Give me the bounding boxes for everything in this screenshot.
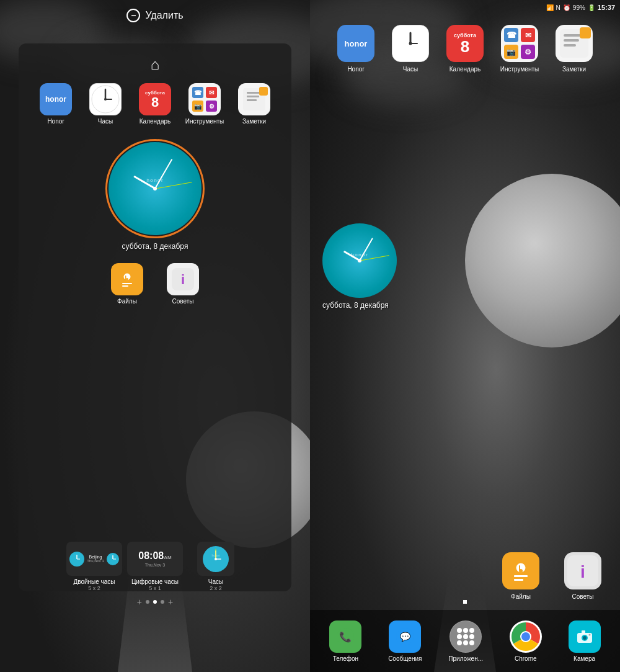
svg-rect-16 <box>247 99 257 101</box>
svg-rect-17 <box>259 87 268 96</box>
app-icon-calendar[interactable]: суббота 8 Календарь <box>133 83 177 125</box>
right-clock-face: honor <box>322 223 397 298</box>
right-app-honor[interactable]: honor Honor <box>331 25 381 73</box>
svg-text:📷: 📷 <box>507 47 516 56</box>
dot-add-left[interactable]: + <box>137 600 142 604</box>
status-bar: 📶 N ⏰ 99% 🔋 15:37 <box>310 0 620 15</box>
svg-point-4 <box>104 98 107 101</box>
right-app-tips[interactable]: i Советы <box>558 552 608 601</box>
widget-dual-clock[interactable]: Beijing Thu,Nov 3 Двойные часы 5 x 2 <box>66 542 122 591</box>
right-files-img <box>502 552 539 589</box>
app-icon-notes[interactable]: Заметки <box>232 83 276 125</box>
svg-point-71 <box>457 634 462 639</box>
right-page-dot <box>463 600 467 604</box>
right-tools-label: Инструменты <box>500 65 539 73</box>
right-app-clock[interactable]: Часы <box>386 25 435 73</box>
bottom-apps-row: Файлы i Советы <box>105 263 205 305</box>
widget-digital-clock[interactable]: 08:08AM Thu,Nov 3 Цифровые часы 5 x 1 <box>127 542 183 591</box>
svg-point-37 <box>215 558 217 560</box>
messages-icon: 💬 <box>389 620 421 653</box>
right-calendar-label: Календарь <box>450 65 480 73</box>
svg-text:✉: ✉ <box>209 89 215 96</box>
app-icons-row: honor Honor Часы <box>34 83 276 125</box>
chrome-icon <box>510 620 542 653</box>
app-icon-honor[interactable]: honor Honor <box>34 83 78 125</box>
tips-label: Советы <box>172 298 194 305</box>
files-icon-img <box>111 263 143 295</box>
left-panel: − Удалить ⌂ honor Honor <box>0 0 310 672</box>
files-svg <box>113 266 141 293</box>
dual-clock-label: Двойные часы <box>73 578 115 585</box>
digital-clock-size: 5 x 1 <box>149 585 161 591</box>
widget-analog-clock[interactable]: honor Часы 2 x 2 <box>188 542 244 591</box>
signal-icon: 📶 <box>546 4 554 11</box>
svg-rect-59 <box>514 575 528 577</box>
svg-rect-53 <box>564 44 576 47</box>
dock-messages[interactable]: 💬 Сообщения <box>388 620 422 662</box>
app-icon-clock[interactable]: Часы <box>84 83 127 125</box>
clock-center <box>153 187 157 190</box>
svg-point-76 <box>469 640 474 645</box>
right-clock-img <box>392 25 429 62</box>
dot-add-right[interactable]: + <box>168 600 173 604</box>
battery-indicator: 🔋 <box>588 4 595 11</box>
delete-label[interactable]: Удалить <box>145 10 183 21</box>
right-minute-hand <box>359 238 373 261</box>
digital-time: 08:08AM <box>138 550 171 562</box>
dot-1 <box>146 600 149 604</box>
messages-label: Сообщения <box>388 655 422 662</box>
clock-ring: honor <box>105 139 205 238</box>
clock-widget[interactable]: honor суббота, 8 декабря <box>105 139 205 251</box>
dock-camera[interactable]: Камера <box>569 620 601 662</box>
phone-icon: 📞 <box>329 620 361 653</box>
svg-rect-15 <box>247 96 259 97</box>
dock-phone[interactable]: 📞 Телефон <box>329 620 361 662</box>
svg-rect-54 <box>580 27 591 38</box>
svg-point-58 <box>519 569 523 573</box>
app-icon-tips[interactable]: i Советы <box>161 263 205 305</box>
right-apps-grid: honor Honor Часы суббота 8 Календарь <box>310 19 620 79</box>
dot-3 <box>161 600 164 604</box>
right-app-notes[interactable]: Заметки <box>549 25 599 73</box>
svg-text:☎: ☎ <box>507 30 516 40</box>
svg-point-74 <box>457 640 462 645</box>
right-clock-label: Часы <box>403 65 418 73</box>
svg-point-80 <box>521 632 530 641</box>
right-app-calendar[interactable]: суббота 8 Календарь <box>440 25 490 73</box>
app-icon-tools[interactable]: ☎ ✉ 📷 ⚙ Инструменты <box>183 83 226 125</box>
svg-point-70 <box>469 628 474 633</box>
notes-icon-img <box>238 83 270 115</box>
svg-text:💬: 💬 <box>400 632 411 642</box>
wifi-icon: N <box>556 4 560 11</box>
app-icon-files[interactable]: Файлы <box>105 263 149 305</box>
dot-2-active <box>153 600 157 604</box>
right-app-tools[interactable]: ☎ ✉ 📷 ⚙ Инструменты <box>495 25 544 73</box>
svg-rect-52 <box>564 39 579 42</box>
right-calendar-img: суббота 8 <box>446 25 484 62</box>
widget-picker: ⌂ honor Honor <box>19 43 291 591</box>
svg-rect-60 <box>514 579 523 581</box>
svg-rect-85 <box>582 630 585 634</box>
camera-icon <box>569 620 601 653</box>
svg-rect-22 <box>122 283 132 284</box>
svg-text:☎: ☎ <box>194 89 202 96</box>
phone-label: Телефон <box>333 655 358 662</box>
analog-clock-preview: honor <box>197 542 234 576</box>
notes-label: Заметки <box>242 118 266 125</box>
tips-icon-img: i <box>167 263 199 295</box>
calendar-label: Календарь <box>140 118 170 125</box>
dock-apps[interactable]: Приложен... <box>448 620 483 662</box>
right-honor-img: honor <box>337 25 374 62</box>
right-tips-img: i <box>564 552 601 589</box>
right-bottom-apps: Файлы i Советы <box>496 552 608 601</box>
right-app-files[interactable]: Файлы <box>496 552 546 601</box>
right-notes-img <box>556 25 593 62</box>
mini-clock-1 <box>69 552 84 567</box>
dual-clock-preview: Beijing Thu,Nov 3 <box>66 542 122 576</box>
digital-day: Thu,Nov 3 <box>145 563 165 567</box>
right-honor-label: Honor <box>347 65 364 73</box>
svg-point-41 <box>409 42 412 45</box>
apps-icon <box>450 620 482 653</box>
battery-icon: 99% <box>573 4 585 11</box>
dock-chrome[interactable]: Chrome <box>510 620 542 662</box>
